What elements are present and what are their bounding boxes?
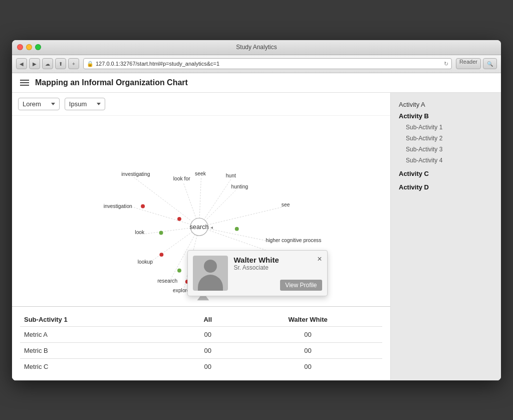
avatar — [193, 256, 228, 291]
profile-role: Sr. Associate — [234, 264, 322, 271]
left-panel: Lorem Ipsum — [12, 93, 391, 380]
dropdown-lorem-arrow — [51, 103, 55, 105]
metric-label: Metric A — [20, 326, 182, 342]
col-header-all: All — [182, 313, 233, 327]
titlebar-buttons — [17, 44, 41, 50]
dropdown-ipsum[interactable]: Ipsum — [65, 98, 105, 110]
reader-button[interactable]: Reader — [456, 58, 481, 69]
node-look[interactable]: look — [135, 229, 145, 235]
node-research[interactable]: research — [157, 278, 177, 283]
metric-person-value: 00 — [233, 358, 382, 374]
maximize-button[interactable] — [35, 44, 41, 50]
sidebar-item-sub-activity-4[interactable]: Sub-Activity 4 — [399, 155, 493, 166]
main-content: Lorem Ipsum — [12, 93, 501, 380]
node-higher-cognitive[interactable]: higher cognitive process — [266, 237, 322, 243]
svg-line-5 — [130, 206, 199, 227]
share-button[interactable]: ⬆ — [55, 58, 66, 69]
avatar-body — [198, 275, 223, 291]
zoom-button[interactable]: 🔍 — [483, 58, 497, 69]
node-hunt[interactable]: hunt — [226, 172, 236, 178]
sidebar-item-sub-activity-3[interactable]: Sub-Activity 3 — [399, 144, 493, 155]
view-profile-button[interactable]: View Profile — [280, 280, 322, 291]
table-row: Metric C 00 00 — [20, 358, 382, 374]
profile-info: Walter White Sr. Associate View Profile — [234, 256, 322, 291]
avatar-head — [204, 260, 217, 273]
metric-all-value: 00 — [182, 342, 233, 358]
profile-popup: Walter White Sr. Associate View Profile … — [187, 250, 328, 296]
add-tab-button[interactable]: + — [68, 58, 79, 69]
metric-person-value: 00 — [233, 342, 382, 358]
metric-label: Metric B — [20, 342, 182, 358]
metric-all-value: 00 — [182, 358, 233, 374]
dot-investigation — [141, 204, 145, 208]
sidebar-item-activity-d[interactable]: Activity D — [399, 179, 493, 193]
metrics-table: Sub-Activity 1 All Walter White Metric A… — [20, 313, 382, 374]
dot-right-mid — [235, 227, 239, 231]
node-lookup[interactable]: lookup — [138, 259, 153, 264]
node-seek[interactable]: seek — [195, 170, 206, 176]
mindmap-area: search ◂ investigating seek hunt look fo… — [12, 116, 390, 306]
dropdown-ipsum-label: Ipsum — [69, 100, 87, 108]
dropdown-row: Lorem Ipsum — [12, 93, 390, 116]
forward-button[interactable]: ▶ — [29, 58, 40, 69]
cloud-button[interactable]: ☁ — [42, 58, 53, 69]
center-word: search — [190, 223, 209, 230]
node-look-for[interactable]: look for — [173, 176, 190, 181]
address-bar[interactable]: 🔒 127.0.0.1:32767/start.html#p=study_ana… — [83, 58, 452, 69]
profile-name: Walter White — [234, 256, 322, 264]
page-title: Mapping an Informal Organization Chart — [35, 78, 188, 87]
col-header-person: Walter White — [233, 313, 382, 327]
sidebar-item-sub-activity-1[interactable]: Sub-Activity 1 — [399, 122, 493, 133]
browser-toolbar: ◀ ▶ ☁ ⬆ + 🔒 127.0.0.1:32767/start.html#p… — [12, 55, 501, 73]
table-row: Metric A 00 00 — [20, 326, 382, 342]
refresh-icon[interactable]: ↻ — [444, 61, 448, 67]
sidebar-item-activity-c[interactable]: Activity C — [399, 166, 493, 179]
hamburger-menu[interactable] — [20, 80, 29, 86]
col-header-activity: Sub-Activity 1 — [20, 313, 182, 327]
dot-look — [159, 231, 163, 235]
dropdown-lorem-label: Lorem — [23, 100, 41, 108]
window-title: Study Analytics — [236, 44, 277, 51]
metrics-area: Sub-Activity 1 All Walter White Metric A… — [12, 306, 390, 380]
svg-line-0 — [134, 177, 199, 227]
dropdown-lorem[interactable]: Lorem — [18, 98, 60, 110]
table-row: Metric B 00 00 — [20, 342, 382, 358]
audio-icon: ◂ — [210, 224, 213, 230]
titlebar: Study Analytics — [12, 40, 501, 55]
dot-lookup — [159, 253, 163, 257]
node-investigating[interactable]: investigating — [121, 171, 150, 177]
node-hunting[interactable]: hunting — [231, 183, 248, 189]
minimize-button[interactable] — [26, 44, 32, 50]
node-see[interactable]: see — [282, 201, 290, 207]
app-area: Mapping an Informal Organization Chart L… — [12, 73, 501, 380]
address-text: 127.0.0.1:32767/start.html#p=study_analy… — [96, 61, 442, 67]
sidebar-item-activity-a[interactable]: Activity A — [399, 99, 493, 110]
metric-person-value: 00 — [233, 326, 382, 342]
app-window: Study Analytics ◀ ▶ ☁ ⬆ + 🔒 127.0.0.1:32… — [12, 40, 501, 380]
metric-all-value: 00 — [182, 326, 233, 342]
back-button[interactable]: ◀ — [16, 58, 27, 69]
profile-close-button[interactable]: × — [317, 255, 322, 264]
dot-mid1 — [177, 217, 181, 221]
sidebar-item-sub-activity-2[interactable]: Sub-Activity 2 — [399, 133, 493, 144]
metric-label: Metric C — [20, 358, 182, 374]
app-header: Mapping an Informal Organization Chart — [12, 73, 501, 93]
dropdown-ipsum-arrow — [97, 103, 101, 105]
right-sidebar: Activity AActivity BSub-Activity 1Sub-Ac… — [391, 93, 501, 380]
dot-research — [177, 268, 181, 272]
node-investigation[interactable]: investigation — [104, 203, 132, 208]
svg-line-6 — [199, 207, 283, 227]
close-button[interactable] — [17, 44, 23, 50]
sidebar-item-activity-b[interactable]: Activity B — [399, 110, 493, 122]
